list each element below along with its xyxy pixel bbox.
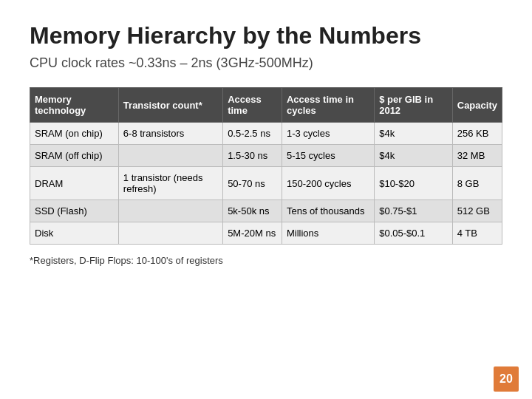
table-row: Disk5M-20M nsMillions$0.05-$0.14 TB <box>30 222 502 245</box>
cell-access_time: 1.5-30 ns <box>223 145 282 167</box>
slide: Memory Hierarchy by the Numbers CPU cloc… <box>0 0 532 399</box>
col-header-transistor: Transistor count* <box>118 88 222 123</box>
cell-access_time_cycles: Millions <box>282 222 374 245</box>
cell-access_time_cycles: Tens of thousands <box>282 200 374 222</box>
cell-transistor_count: 6-8 transistors <box>118 123 222 145</box>
col-header-price: $ per GIB in 2012 <box>375 88 453 123</box>
cell-transistor_count <box>118 222 222 245</box>
col-header-technology: Memory technology <box>30 88 119 123</box>
cell-transistor_count <box>118 145 222 167</box>
cell-price: $4k <box>375 123 453 145</box>
subtitle: CPU clock rates ~0.33ns – 2ns (3GHz-500M… <box>30 55 502 71</box>
table-row: SRAM (on chip)6-8 transistors0.5-2.5 ns1… <box>30 123 502 145</box>
col-header-access-time: Access time <box>223 88 282 123</box>
cell-technology: SRAM (on chip) <box>30 123 119 145</box>
col-header-capacity: Capacity <box>452 88 502 123</box>
cell-price: $0.05-$0.1 <box>375 222 453 245</box>
cell-access_time: 50-70 ns <box>223 167 282 200</box>
cell-access_time_cycles: 1-3 cycles <box>282 123 374 145</box>
cell-technology: SRAM (off chip) <box>30 145 119 167</box>
page-number: 20 <box>494 366 519 392</box>
col-header-access-time-cycles: Access time in cycles <box>282 88 374 123</box>
cell-access_time: 5k-50k ns <box>223 200 282 222</box>
main-title: Memory Hierarchy by the Numbers <box>30 22 502 50</box>
cell-capacity: 8 GB <box>452 167 502 200</box>
memory-hierarchy-table: Memory technology Transistor count* Acce… <box>30 87 502 245</box>
cell-technology: DRAM <box>30 167 119 200</box>
cell-price: $10-$20 <box>375 167 453 200</box>
table-row: DRAM1 transistor (needs refresh)50-70 ns… <box>30 167 502 200</box>
cell-capacity: 512 GB <box>452 200 502 222</box>
cell-transistor_count <box>118 200 222 222</box>
cell-access_time_cycles: 5-15 cycles <box>282 145 374 167</box>
cell-capacity: 4 TB <box>452 222 502 245</box>
cell-access_time: 0.5-2.5 ns <box>223 123 282 145</box>
cell-transistor_count: 1 transistor (needs refresh) <box>118 167 222 200</box>
cell-capacity: 32 MB <box>452 145 502 167</box>
cell-price: $4k <box>375 145 453 167</box>
cell-technology: Disk <box>30 222 119 245</box>
cell-access_time_cycles: 150-200 cycles <box>282 167 374 200</box>
table-row: SRAM (off chip)1.5-30 ns5-15 cycles$4k32… <box>30 145 502 167</box>
cell-technology: SSD (Flash) <box>30 200 119 222</box>
cell-price: $0.75-$1 <box>375 200 453 222</box>
table-row: SSD (Flash)5k-50k nsTens of thousands$0.… <box>30 200 502 222</box>
cell-access_time: 5M-20M ns <box>223 222 282 245</box>
cell-capacity: 256 KB <box>452 123 502 145</box>
footnote: *Registers, D-Flip Flops: 10-100's of re… <box>30 255 502 266</box>
